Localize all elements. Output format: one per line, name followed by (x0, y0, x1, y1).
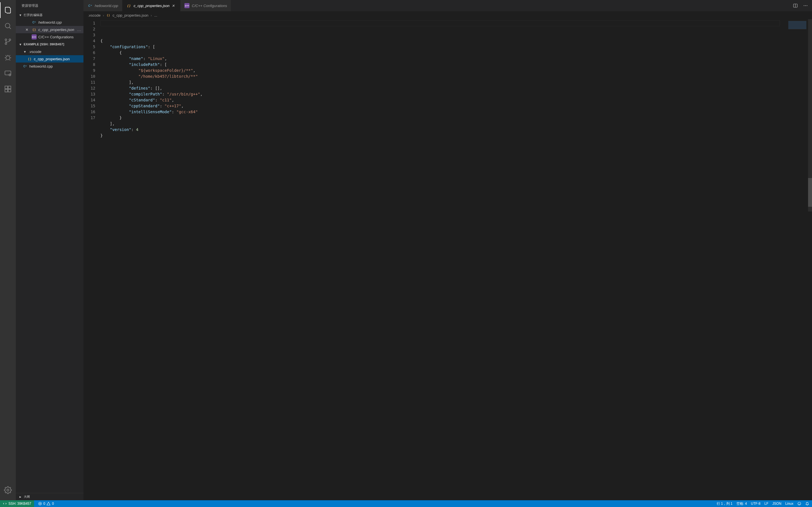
tab-helloworld[interactable]: C⁺ helloworld.cpp (84, 0, 122, 11)
remote-icon (4, 69, 12, 77)
activity-debug[interactable] (0, 50, 16, 65)
bug-icon (4, 54, 12, 61)
line-gutter: 1234567891011121314151617 (84, 19, 100, 500)
statusbar: SSH: 39KB457 0 0 行 1，列 1 空格: 4 UTF-8 LF … (0, 500, 812, 507)
activity-search[interactable] (0, 18, 16, 34)
cpp-file-icon: C⁺ (87, 3, 93, 8)
code-area[interactable]: { "configurations": [ { "name": "Linux",… (100, 19, 780, 500)
json-file-icon: { } (126, 3, 132, 8)
cpp-file-icon: C⁺ (22, 64, 28, 69)
status-notifications[interactable] (805, 502, 809, 506)
tab-properties[interactable]: { } c_cpp_properties.json ✕ (122, 0, 181, 11)
more-actions-button[interactable] (803, 3, 808, 8)
svg-point-1 (5, 39, 7, 41)
sidebar-title: 资源管理器 (16, 0, 84, 11)
cpp-file-icon: C⁺ (32, 20, 37, 25)
svg-point-11 (7, 489, 9, 491)
svg-point-3 (9, 39, 11, 41)
extensions-icon (4, 85, 12, 93)
smiley-icon (797, 502, 801, 506)
open-editor-item[interactable]: ✕ { } c_cpp_properties.json .... (16, 26, 84, 33)
chevron-down-icon: ▾ (18, 42, 22, 47)
files-icon (4, 6, 12, 14)
folder-header[interactable]: ▾ EXAMPLE [SSH: 39KB457] (16, 41, 84, 48)
cfg-file-icon: C++ (185, 3, 190, 8)
svg-rect-8 (8, 86, 11, 89)
svg-point-0 (5, 23, 10, 28)
error-icon (38, 502, 42, 506)
tree-file[interactable]: { } c_cpp_properties.json (16, 55, 84, 62)
svg-rect-10 (8, 89, 11, 92)
svg-rect-9 (5, 89, 8, 92)
chevron-down-icon: ▾ (22, 50, 27, 54)
chevron-right-icon: › (151, 13, 152, 17)
chevron-right-icon: ▸ (18, 495, 22, 499)
activity-extensions[interactable] (0, 81, 16, 97)
breadcrumbs[interactable]: .vscode › { } c_cpp_properties.json › ..… (84, 11, 812, 19)
split-editor-button[interactable] (793, 3, 798, 8)
branch-icon (4, 38, 12, 46)
activity-settings[interactable] (0, 482, 16, 498)
chevron-down-icon: ▾ (18, 13, 22, 17)
activity-bar (0, 0, 16, 500)
scrollbar[interactable] (808, 19, 812, 500)
json-file-icon: { } (32, 27, 37, 32)
status-language[interactable]: JSON (772, 502, 781, 506)
svg-point-2 (5, 43, 7, 45)
tabs: C⁺ helloworld.cpp { } c_cpp_properties.j… (84, 0, 812, 11)
sidebar: 资源管理器 ▾ 打开的编辑器 ✕ C⁺ helloworld.cpp ✕ { }… (16, 0, 84, 500)
json-file-icon: { } (106, 13, 110, 17)
cfg-file-icon: C++ (32, 34, 37, 40)
svg-point-13 (804, 5, 804, 6)
svg-rect-7 (5, 86, 8, 89)
remote-icon (3, 502, 7, 506)
search-icon (4, 22, 12, 30)
status-problems[interactable]: 0 0 (38, 502, 54, 506)
minimap[interactable] (780, 19, 808, 500)
open-editor-item[interactable]: ✕ C++ C/C++ Configurations (16, 33, 84, 41)
status-lncol[interactable]: 行 1，列 1 (717, 501, 732, 506)
bell-icon (805, 502, 809, 506)
tab-cpp-config[interactable]: C++ C/C++ Configurations (181, 0, 231, 11)
svg-point-17 (798, 502, 801, 505)
split-icon (793, 3, 798, 8)
warning-icon (47, 502, 50, 506)
tree-file[interactable]: C⁺ helloworld.cpp (16, 62, 84, 70)
svg-point-14 (805, 5, 806, 6)
close-icon[interactable]: ✕ (172, 4, 176, 8)
svg-rect-5 (5, 71, 11, 75)
json-file-icon: { } (27, 56, 32, 61)
activity-scm[interactable] (0, 34, 16, 50)
status-encoding[interactable]: UTF-8 (751, 502, 760, 506)
svg-point-15 (807, 5, 807, 6)
chevron-right-icon: › (103, 13, 104, 17)
ellipsis-icon (803, 3, 808, 8)
activity-explorer[interactable] (0, 2, 16, 18)
editor-body[interactable]: 1234567891011121314151617 { "configurati… (84, 19, 812, 500)
svg-point-4 (6, 56, 10, 60)
status-eol[interactable]: LF (764, 502, 768, 506)
open-editor-item[interactable]: ✕ C⁺ helloworld.cpp (16, 18, 84, 26)
status-os[interactable]: Linux (785, 502, 794, 506)
open-editors-header[interactable]: ▾ 打开的编辑器 (16, 11, 84, 18)
gear-icon (4, 486, 12, 494)
close-icon[interactable]: ✕ (26, 27, 30, 32)
tree-folder[interactable]: ▾ .vscode (16, 48, 84, 55)
status-remote[interactable]: SSH: 39KB457 (0, 500, 34, 507)
status-feedback[interactable] (797, 502, 801, 506)
editor-region: C⁺ helloworld.cpp { } c_cpp_properties.j… (84, 0, 812, 500)
activity-remote[interactable] (0, 65, 16, 81)
status-spaces[interactable]: 空格: 4 (737, 501, 747, 506)
outline-header[interactable]: ▸ 大纲 (16, 493, 84, 500)
